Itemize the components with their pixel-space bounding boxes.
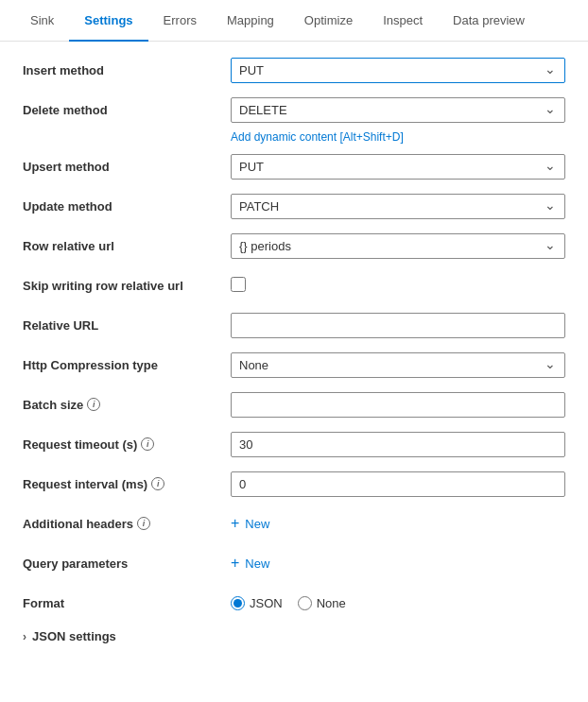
upsert-method-select-wrapper: PUT POST PATCH DELETE xyxy=(231,154,565,180)
tab-inspect[interactable]: Inspect xyxy=(368,0,438,41)
skip-writing-control xyxy=(231,277,565,295)
relative-url-control xyxy=(231,313,565,338)
tab-data-preview[interactable]: Data preview xyxy=(438,0,540,41)
batch-size-control xyxy=(231,392,565,418)
json-settings-label: JSON settings xyxy=(32,629,116,643)
delete-method-label: Delete method xyxy=(23,103,231,117)
update-method-control: PATCH PUT POST DELETE xyxy=(231,194,565,219)
http-compression-select-wrapper: None GZip Deflate xyxy=(231,352,565,378)
http-compression-control: None GZip Deflate xyxy=(231,352,565,378)
skip-writing-row: Skip writing row relative url xyxy=(23,272,565,299)
format-radio-group: JSON None xyxy=(231,596,565,610)
request-timeout-input[interactable] xyxy=(231,432,565,457)
request-timeout-info-icon[interactable]: i xyxy=(141,437,154,451)
batch-size-label: Batch size i xyxy=(23,398,231,412)
tab-settings[interactable]: Settings xyxy=(69,0,147,41)
update-method-row: Update method PATCH PUT POST DELETE xyxy=(23,193,565,219)
request-timeout-control xyxy=(231,432,565,457)
plus-icon: + xyxy=(231,516,239,531)
update-method-select-wrapper: PATCH PUT POST DELETE xyxy=(231,194,565,219)
additional-headers-control: + New xyxy=(231,512,565,535)
skip-writing-checkbox[interactable] xyxy=(231,277,246,292)
dynamic-content-link[interactable]: Add dynamic content [Alt+Shift+D] xyxy=(231,130,565,144)
json-settings-row[interactable]: › JSON settings xyxy=(23,629,565,643)
upsert-method-select[interactable]: PUT POST PATCH DELETE xyxy=(231,154,565,180)
insert-method-control: PUT POST PATCH DELETE xyxy=(231,58,565,83)
additional-headers-label: Additional headers i xyxy=(23,517,231,531)
delete-method-control: DELETE PUT POST PATCH xyxy=(231,97,565,123)
row-relative-url-control: {} periods None xyxy=(231,233,565,259)
skip-writing-label: Skip writing row relative url xyxy=(23,279,231,293)
delete-method-select-wrapper: DELETE PUT POST PATCH xyxy=(231,97,565,123)
upsert-method-control: PUT POST PATCH DELETE xyxy=(231,154,565,180)
request-interval-label: Request interval (ms) i xyxy=(23,477,231,491)
relative-url-row: Relative URL xyxy=(23,312,565,338)
tab-optimize[interactable]: Optimize xyxy=(289,0,368,41)
query-parameters-label: Query parameters xyxy=(23,556,231,571)
format-json-label[interactable]: JSON xyxy=(231,596,283,610)
tab-errors[interactable]: Errors xyxy=(148,0,212,41)
format-none-text: None xyxy=(317,596,346,610)
upsert-method-label: Upsert method xyxy=(23,160,231,174)
upsert-method-row: Upsert method PUT POST PATCH DELETE xyxy=(23,153,565,180)
format-label: Format xyxy=(23,596,231,610)
insert-method-label: Insert method xyxy=(23,63,231,77)
http-compression-select[interactable]: None GZip Deflate xyxy=(231,352,565,378)
relative-url-label: Relative URL xyxy=(23,318,231,333)
request-timeout-row: Request timeout (s) i xyxy=(23,431,565,457)
insert-method-row: Insert method PUT POST PATCH DELETE xyxy=(23,57,565,83)
query-parameters-row: Query parameters + New xyxy=(23,550,565,576)
format-control: JSON None xyxy=(231,596,565,610)
additional-headers-info-icon[interactable]: i xyxy=(137,517,150,530)
update-method-select[interactable]: PATCH PUT POST DELETE xyxy=(231,194,565,219)
delete-method-row: Delete method DELETE PUT POST PATCH xyxy=(23,96,565,123)
insert-method-select-wrapper: PUT POST PATCH DELETE xyxy=(231,58,565,83)
row-relative-url-row: Row relative url {} periods None xyxy=(23,232,565,259)
tab-bar: Sink Settings Errors Mapping Optimize In… xyxy=(0,0,588,42)
update-method-label: Update method xyxy=(23,199,231,214)
request-interval-control xyxy=(231,471,565,497)
http-compression-label: Http Compression type xyxy=(23,358,231,372)
additional-headers-row: Additional headers i + New xyxy=(23,510,565,537)
batch-size-info-icon[interactable]: i xyxy=(87,398,100,411)
batch-size-row: Batch size i xyxy=(23,391,565,418)
request-interval-row: Request interval (ms) i xyxy=(23,471,565,497)
insert-method-select[interactable]: PUT POST PATCH DELETE xyxy=(231,58,565,83)
delete-method-select[interactable]: DELETE PUT POST PATCH xyxy=(231,97,565,123)
format-json-text: JSON xyxy=(250,596,283,610)
row-relative-url-select-wrapper: {} periods None xyxy=(231,233,565,259)
settings-content: Insert method PUT POST PATCH DELETE Dele… xyxy=(0,42,588,659)
query-parameters-control: + New xyxy=(231,552,565,574)
batch-size-input[interactable] xyxy=(231,392,565,418)
request-interval-info-icon[interactable]: i xyxy=(151,477,164,490)
tab-sink[interactable]: Sink xyxy=(15,0,69,41)
request-interval-input[interactable] xyxy=(231,471,565,497)
http-compression-row: Http Compression type None GZip Deflate xyxy=(23,351,565,378)
query-parameters-new-button[interactable]: + New xyxy=(231,552,269,574)
row-relative-url-label: Row relative url xyxy=(23,239,231,253)
format-none-radio[interactable] xyxy=(298,596,312,610)
additional-headers-new-button[interactable]: + New xyxy=(231,512,269,535)
row-relative-url-select[interactable]: {} periods None xyxy=(231,233,565,259)
format-json-radio[interactable] xyxy=(231,596,245,610)
relative-url-input[interactable] xyxy=(231,313,565,338)
tab-mapping[interactable]: Mapping xyxy=(212,0,289,41)
plus-icon-2: + xyxy=(231,556,239,571)
request-timeout-label: Request timeout (s) i xyxy=(23,437,231,452)
chevron-right-icon: › xyxy=(23,630,26,643)
format-row: Format JSON None xyxy=(23,590,565,616)
format-none-label[interactable]: None xyxy=(298,596,346,610)
